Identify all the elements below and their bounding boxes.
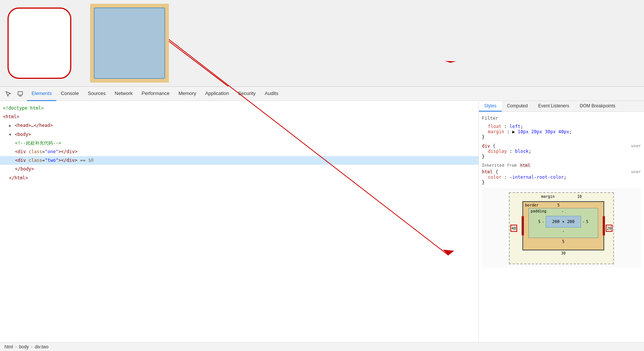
css-display-colon: : — [510, 149, 515, 154]
html-tag: <html> — [3, 114, 19, 119]
css-color-line: color : -internal-root-color; — [482, 175, 641, 180]
inspect-icon[interactable] — [3, 89, 14, 99]
head-tag: <head>…</head> — [15, 123, 53, 128]
div-two-tag: div — [18, 158, 26, 163]
content-size: 200 × 200 — [552, 219, 575, 224]
css-color-colon: : — [504, 175, 509, 180]
css-div-selector-line: div { user — [482, 143, 641, 149]
css-float-prop: float — [488, 124, 501, 129]
tab-security[interactable]: Security — [233, 87, 260, 101]
tab-event-listeners[interactable]: Event Listeners — [533, 101, 575, 111]
html-line-body-close[interactable]: </body> — [0, 165, 478, 173]
css-div-brace-open: { — [493, 143, 495, 149]
html-line-div-one[interactable]: <div class="one"></div> — [0, 148, 478, 156]
margin-top-val: 10 — [577, 194, 582, 199]
breadcrumb-html[interactable]: html — [3, 344, 15, 349]
comment-text: <!--此处补充代码--> — [15, 140, 61, 146]
html-line-head[interactable]: ▶ <head>…</head> — [0, 121, 478, 130]
svg-line-0 — [169, 41, 450, 86]
devtools-tab-bar: Elements Console Sources Network Perform… — [0, 87, 644, 101]
padding-left-val: 5 — [538, 220, 540, 224]
margin-bottom-num: 30 — [561, 251, 566, 255]
tab-dom-breakpoints[interactable]: DOM Breakpoints — [575, 101, 621, 111]
tab-audits[interactable]: Audits — [260, 87, 283, 101]
padding-bottom-row: - — [533, 229, 594, 233]
tab-application[interactable]: Application — [201, 87, 234, 101]
doctype-text: <!doctype html> — [3, 105, 44, 111]
body-tag: <body> — [15, 132, 31, 137]
padding-label: padding — [531, 209, 546, 213]
tab-network[interactable]: Network — [110, 87, 137, 101]
tab-styles[interactable]: Styles — [479, 101, 502, 111]
html-line-html-close[interactable]: </html> — [0, 174, 478, 182]
css-div-source: user — [631, 143, 641, 148]
border-bottom-num: 5 — [562, 240, 564, 244]
tab-sources[interactable]: Sources — [83, 87, 110, 101]
css-float-val: left — [510, 124, 521, 129]
border-left-red — [522, 216, 524, 235]
devtools-body: <!doctype html> <html> ▶ <head>…</head> … — [0, 101, 644, 342]
tab-memory[interactable]: Memory — [174, 87, 201, 101]
svg-rect-3 — [19, 96, 22, 96]
inherited-label: Inherited from html — [482, 163, 641, 168]
styles-panel: Styles Computed Event Listeners DOM Brea… — [479, 101, 644, 342]
div-two-class-val: "two" — [45, 158, 59, 163]
html-line-div-two[interactable]: <div class="two"></div> == $0 — [0, 156, 478, 165]
inherited-from-text: Inherited from — [482, 163, 517, 168]
css-margin-val: 10px 20px 30px 40px — [518, 129, 569, 134]
padding-right-val: 5 — [586, 220, 588, 224]
css-html-source: user — [631, 169, 641, 174]
tab-elements[interactable]: Elements — [27, 87, 56, 101]
content-box: 200 × 200 — [546, 216, 581, 227]
div-one-class-val: "one" — [45, 149, 59, 154]
css-color-semi: ; — [564, 175, 566, 180]
border-box: border 5 padding - — [522, 201, 604, 250]
styles-tab-bar: Styles Computed Event Listeners DOM Brea… — [479, 101, 644, 112]
css-margin-colon: : — [507, 129, 512, 134]
html-line-html[interactable]: <html> — [0, 113, 478, 121]
margin-right-red-box: 20 — [606, 225, 612, 232]
padding-bottom-dash: - — [562, 229, 564, 233]
html-line-comment[interactable]: <!--此处补充代码--> — [0, 139, 478, 148]
margin-top-row: margin 10 — [541, 194, 582, 199]
tab-computed[interactable]: Computed — [502, 101, 533, 111]
breadcrumb-div-two[interactable]: div.two — [33, 344, 50, 349]
svg-marker-1 — [445, 61, 456, 63]
box-one-preview — [8, 8, 71, 79]
div-two-dollar: $0 — [88, 158, 93, 163]
css-margin-arrow: ▶ — [512, 129, 518, 134]
css-block-html: html { user color : -internal-root-color… — [482, 169, 641, 185]
css-block1-close: } — [482, 134, 641, 140]
preview-area — [0, 0, 644, 86]
css-margin-line: margin : ▶ 10px 20px 30px 40px; — [482, 129, 641, 134]
css-html-close: } — [482, 180, 641, 185]
html-line-body-open[interactable]: ▼ <body> — [0, 130, 478, 139]
breadcrumb-sep1: › — [15, 344, 18, 349]
breadcrumb-sep2: › — [30, 344, 33, 349]
css-div-close: } — [482, 154, 641, 159]
margin-right-val: 20 — [607, 226, 611, 230]
css-display-prop: display — [488, 149, 507, 154]
margin-box: margin 10 border 5 — [509, 192, 614, 264]
body-close-tag: </body> — [15, 166, 34, 172]
css-html-selector: html — [482, 169, 493, 175]
css-display-line: display : block; — [482, 149, 641, 154]
breadcrumb-body[interactable]: body — [18, 344, 30, 349]
tab-performance[interactable]: Performance — [137, 87, 174, 101]
css-color-val: -internal-root-color — [510, 175, 564, 180]
inherited-tag: html — [519, 163, 531, 168]
border-bottom-val: 5 — [528, 240, 598, 244]
html-line-doctype[interactable]: <!doctype html> — [0, 104, 478, 113]
device-icon[interactable] — [15, 89, 26, 99]
tab-console[interactable]: Console — [56, 87, 83, 101]
div-two-close: ></div> — [59, 158, 78, 163]
head-expand-arrow: ▶ — [9, 124, 11, 128]
breadcrumb-bar: html › body › div.two — [0, 342, 644, 351]
padding-dash2: - — [542, 220, 544, 224]
box-model-diagram: margin 10 border 5 — [509, 192, 614, 264]
css-html-brace-open: { — [495, 169, 498, 175]
margin-left-val: 40 — [512, 226, 516, 230]
margin-bottom-row: 30 — [522, 251, 604, 255]
css-margin-prop: margin — [488, 129, 504, 134]
border-top-row: border 5 — [525, 203, 560, 207]
